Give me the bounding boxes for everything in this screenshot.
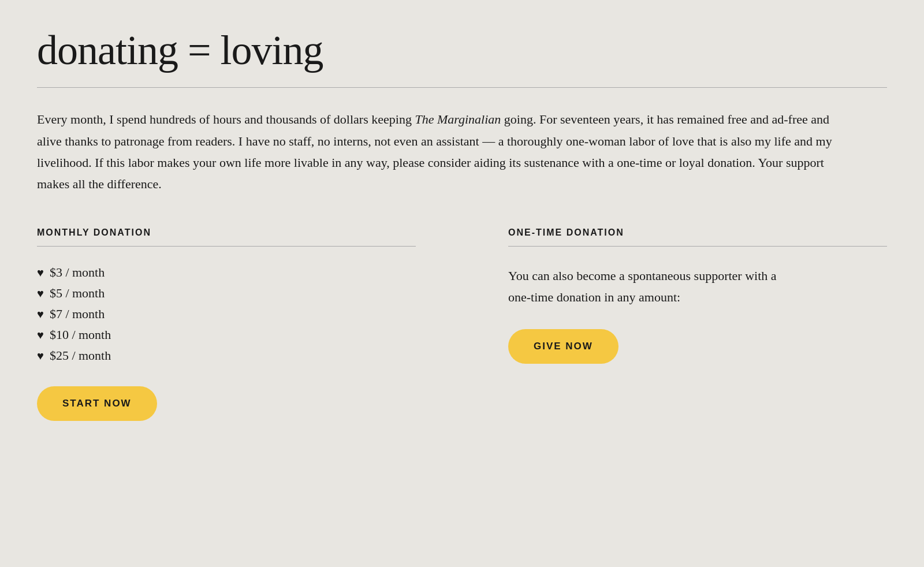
amount-label: $10 / month xyxy=(50,327,111,342)
donation-columns: MONTHLY DONATION ♥ $3 / month ♥ $5 / mon… xyxy=(37,227,887,421)
heart-icon: ♥ xyxy=(37,288,44,299)
one-time-divider xyxy=(508,246,887,247)
amount-label: $7 / month xyxy=(50,307,105,322)
heart-icon: ♥ xyxy=(37,308,44,320)
start-now-button[interactable]: START NOW xyxy=(37,386,157,421)
monthly-heading: MONTHLY DONATION xyxy=(37,227,416,238)
monthly-donation-column: MONTHLY DONATION ♥ $3 / month ♥ $5 / mon… xyxy=(37,227,462,421)
list-item: ♥ $7 / month xyxy=(37,307,416,322)
give-now-button[interactable]: GIVE NOW xyxy=(508,329,619,364)
list-item: ♥ $5 / month xyxy=(37,286,416,301)
list-item: ♥ $10 / month xyxy=(37,327,416,342)
amount-label: $5 / month xyxy=(50,286,105,301)
heart-icon: ♥ xyxy=(37,329,44,341)
one-time-donation-column: ONE-TIME DONATION You can also become a … xyxy=(462,227,887,421)
list-item: ♥ $25 / month xyxy=(37,348,416,363)
page-title: donating = loving xyxy=(37,28,887,73)
intro-text-before-italic: Every month, I spend hundreds of hours a… xyxy=(37,112,415,126)
amount-label: $25 / month xyxy=(50,348,111,363)
one-time-heading: ONE-TIME DONATION xyxy=(508,227,887,238)
intro-paragraph: Every month, I spend hundreds of hours a… xyxy=(37,109,834,195)
heart-icon: ♥ xyxy=(37,350,44,361)
title-divider xyxy=(37,87,887,88)
amount-label: $3 / month xyxy=(50,265,105,280)
monthly-divider xyxy=(37,246,416,247)
heart-icon: ♥ xyxy=(37,267,44,278)
one-time-description: You can also become a spontaneous suppor… xyxy=(508,265,785,308)
monthly-amounts-list: ♥ $3 / month ♥ $5 / month ♥ $7 / month ♥… xyxy=(37,265,416,363)
publication-name: The Marginalian xyxy=(415,112,501,126)
list-item: ♥ $3 / month xyxy=(37,265,416,280)
